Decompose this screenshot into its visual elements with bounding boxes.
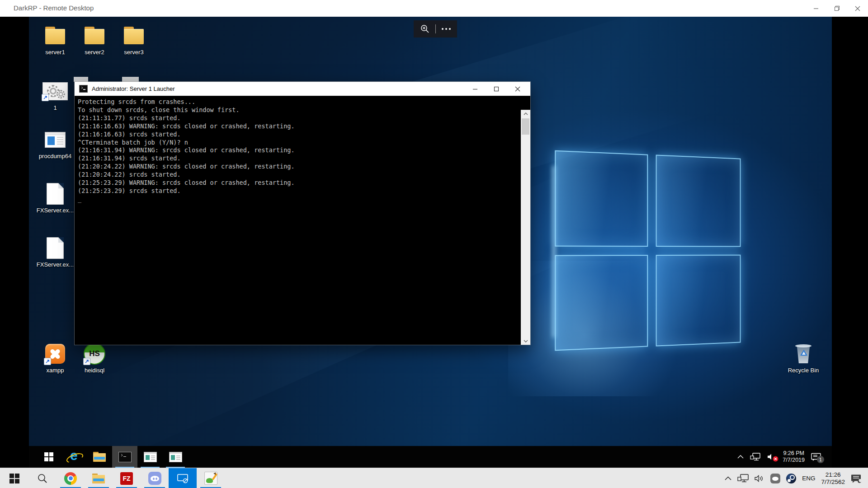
icon-label: Recycle Bin (783, 367, 824, 374)
desktop-icon-server2[interactable]: server2 (74, 25, 115, 56)
minimize-button[interactable] (806, 0, 826, 17)
network-tray-button[interactable] (737, 474, 749, 483)
desktop-icon-server1[interactable]: server1 (35, 25, 75, 56)
console-line: (21:16:31.94) WARNING: srcds closed or c… (78, 146, 519, 155)
recycle-bin-icon (795, 344, 811, 363)
filezilla-icon: FZ (120, 472, 133, 485)
cmd-icon (79, 85, 88, 93)
desktop-icon-server3[interactable]: server3 (113, 25, 154, 56)
desktop-icon-recycle-bin[interactable]: Recycle Bin (783, 343, 824, 374)
host-taskbar: FZ (0, 468, 868, 488)
steam-tray-button[interactable] (786, 474, 796, 483)
shortcut-arrow-icon (42, 94, 49, 101)
console-line: (21:16:31.94) srcds started. (78, 155, 519, 163)
host-explorer-taskbar-button[interactable] (85, 468, 113, 488)
console-title: Administrator: Server 1 Laucher (92, 85, 175, 92)
explorer-taskbar-button[interactable] (87, 446, 112, 468)
host-start-button[interactable] (0, 468, 28, 488)
folder-icon (123, 27, 145, 45)
file-explorer-icon (93, 452, 106, 462)
discord-tray-button[interactable] (770, 474, 780, 483)
app-window-taskbar-button-2[interactable] (163, 446, 188, 468)
tray-chevron-button[interactable] (725, 476, 731, 480)
close-icon (855, 6, 860, 11)
remote-clock[interactable]: 9:26 PM 7/7/2019 (783, 450, 805, 464)
remote-taskbar-apps: e (29, 446, 188, 468)
more-options-icon (445, 28, 447, 30)
desktop-icon-fxserver-2[interactable]: FXServer.ex... (35, 237, 75, 268)
more-options-button[interactable] (442, 28, 451, 30)
remote-desktop-taskbar-button[interactable] (169, 468, 197, 488)
internet-explorer-icon: e (67, 450, 81, 464)
console-line: (21:25:23.29) srcds started. (78, 187, 519, 195)
desktop-icon-heidisql[interactable]: HS heidisql (74, 343, 115, 374)
search-icon (38, 474, 47, 483)
close-button[interactable] (847, 0, 868, 17)
cmd-taskbar-button[interactable] (112, 446, 137, 468)
desktop-icon-1[interactable]: 1 (35, 80, 75, 111)
network-tray-button[interactable] (750, 453, 761, 461)
icon-label: xampp (35, 367, 75, 374)
remote-start-button[interactable] (36, 446, 61, 468)
host-clock[interactable]: 21:26 7/7/2562 (821, 471, 845, 486)
console-body: Protecting srcds from crashes...To shut … (75, 96, 530, 345)
console-minimize-button[interactable] (464, 82, 486, 96)
close-icon (515, 86, 520, 92)
remote-viewport: server1 server2 server3 (0, 17, 868, 468)
tray-chevron-button[interactable] (737, 455, 744, 459)
hidden-icon-top (122, 77, 139, 82)
gears-icon (42, 82, 68, 100)
host-action-center-button[interactable] (851, 474, 862, 483)
console-titlebar[interactable]: Administrator: Server 1 Laucher (75, 82, 530, 96)
scroll-up-button[interactable] (521, 110, 530, 117)
search-button[interactable] (28, 468, 57, 488)
console-maximize-button[interactable] (486, 82, 507, 96)
desktop-icon-procdump64[interactable]: procdump64 (35, 129, 75, 160)
console-line: (21:20:24.22) srcds started. (78, 171, 519, 179)
icon-label: procdump64 (35, 153, 75, 160)
restore-icon (834, 5, 840, 11)
toolbar-divider (435, 24, 436, 33)
icon-label: server2 (74, 49, 115, 56)
minimize-icon (813, 6, 819, 11)
console-line: (21:11:31.77) srcds started. (78, 114, 519, 122)
mute-badge-icon (773, 456, 778, 462)
console-cursor: _ (78, 195, 519, 203)
volume-tray-button[interactable] (767, 453, 776, 460)
discord-taskbar-button[interactable] (141, 468, 169, 488)
remote-desktop: server1 server2 server3 (29, 17, 832, 468)
ie-taskbar-button[interactable]: e (61, 446, 87, 468)
language-indicator[interactable]: ENG (802, 475, 815, 482)
remote-action-center-button[interactable]: 1 (811, 453, 821, 461)
file-explorer-icon (92, 474, 105, 483)
notification-badge: 1 (817, 456, 824, 463)
chevron-down-icon (524, 340, 528, 343)
remote-system-tray: 9:26 PM 7/7/2019 1 (737, 450, 832, 464)
scroll-down-button[interactable] (521, 337, 530, 345)
discord-icon (772, 477, 778, 481)
filezilla-taskbar-button[interactable]: FZ (113, 468, 141, 488)
maximize-icon (494, 86, 499, 92)
heidisql-icon: HS (84, 343, 105, 365)
chrome-taskbar-button[interactable] (57, 468, 85, 488)
host-taskbar-apps: FZ (0, 468, 225, 488)
minimize-icon (472, 86, 478, 92)
image-editor-icon (204, 472, 217, 485)
action-center-icon (851, 474, 862, 483)
app-window-taskbar-button-1[interactable] (137, 446, 163, 468)
restore-button[interactable] (826, 0, 847, 17)
host-system-tray: ENG 21:26 7/7/2562 (725, 471, 868, 486)
console-scrollbar[interactable] (521, 110, 530, 345)
windows-start-icon (44, 452, 53, 461)
console-close-button[interactable] (507, 82, 528, 96)
zoom-button[interactable] (420, 24, 429, 33)
volume-tray-button[interactable] (755, 475, 764, 482)
cmd-icon (118, 452, 132, 462)
scroll-thumb[interactable] (522, 118, 529, 135)
chevron-up-icon (524, 113, 528, 115)
desktop-icon-xampp[interactable]: xampp (35, 343, 75, 374)
icon-label: heidisql (74, 367, 115, 374)
rdp-connection-toolbar (414, 20, 457, 38)
desktop-icon-fxserver-1[interactable]: FXServer.ex... (35, 183, 75, 214)
image-editor-taskbar-button[interactable] (197, 468, 225, 488)
